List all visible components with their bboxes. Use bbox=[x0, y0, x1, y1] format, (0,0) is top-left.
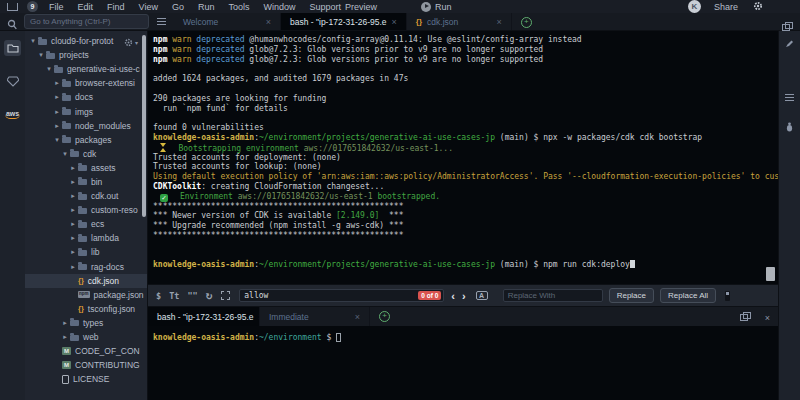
chevron-right-icon[interactable]: ▸ bbox=[69, 263, 77, 271]
window-menu-icon[interactable] bbox=[7, 3, 18, 11]
restore-pane-icon[interactable] bbox=[740, 312, 751, 323]
menu-edit[interactable]: Edit bbox=[71, 2, 101, 12]
replace-all-button[interactable]: Replace All bbox=[660, 288, 716, 303]
tab-welcome[interactable]: Welcome × bbox=[174, 13, 281, 30]
tree-item-rag-docs[interactable]: ▸rag-docs bbox=[25, 260, 147, 274]
chevron-right-icon[interactable]: ▸ bbox=[69, 178, 77, 186]
tree-item-cdk-out[interactable]: ▸cdk.out bbox=[25, 189, 147, 203]
chevron-right-icon[interactable]: ▸ bbox=[53, 79, 61, 87]
tree-item-browser-extensi[interactable]: ▸browser-extensi bbox=[25, 76, 147, 90]
tree-item-lambda[interactable]: ▸lambda bbox=[25, 231, 147, 245]
chevron-down-icon[interactable]: ▾ bbox=[29, 37, 37, 45]
chevron-down-icon[interactable]: ▾ bbox=[61, 150, 69, 158]
new-console-tab-icon[interactable]: + bbox=[379, 311, 390, 322]
share-button[interactable]: Share bbox=[714, 2, 738, 12]
menu-go[interactable]: Go bbox=[165, 2, 191, 12]
match-case-icon[interactable]: Tt bbox=[169, 291, 179, 301]
tree-scrollbar[interactable] bbox=[142, 35, 146, 217]
chevron-right-icon[interactable]: ▸ bbox=[53, 108, 61, 116]
tree-item-types[interactable]: ▸types bbox=[25, 316, 147, 330]
tree-item-license[interactable]: LICENSE bbox=[25, 372, 147, 386]
menu-view[interactable]: View bbox=[132, 2, 165, 12]
regex-icon[interactable]: $ bbox=[156, 291, 161, 301]
chevron-right-icon[interactable]: ▸ bbox=[69, 248, 77, 256]
tree-settings-gear-icon[interactable]: ▾ bbox=[124, 38, 138, 47]
find-options-icon[interactable] bbox=[725, 291, 730, 301]
close-icon[interactable]: × bbox=[392, 17, 397, 27]
chevron-right-icon[interactable]: ▸ bbox=[61, 333, 69, 341]
menu-support[interactable]: Support bbox=[302, 2, 348, 12]
goto-anything-input[interactable]: Go to Anything (Ctrl-P) bbox=[24, 14, 149, 29]
tree-item-package-json[interactable]: npmpackage.json bbox=[25, 288, 147, 302]
pencil-icon[interactable] bbox=[785, 34, 794, 52]
menu-find[interactable]: Find bbox=[100, 2, 132, 12]
tree-item-imgs[interactable]: ▸imgs bbox=[25, 104, 147, 118]
aws-toolkit-icon[interactable] bbox=[4, 73, 21, 89]
wrap-search-icon[interactable]: ↻ bbox=[206, 289, 213, 302]
new-tab-icon[interactable]: + bbox=[521, 17, 532, 28]
tree-item-tsconfig-json[interactable]: {}tsconfig.json bbox=[25, 302, 147, 316]
close-icon[interactable]: × bbox=[497, 17, 502, 27]
replace-button[interactable]: Replace bbox=[609, 288, 654, 303]
chevron-down-icon[interactable]: ▾ bbox=[37, 51, 45, 59]
tree-item-assets[interactable]: ▸assets bbox=[25, 161, 147, 175]
tree-item-label: bin bbox=[91, 177, 102, 187]
debugger-icon[interactable] bbox=[785, 118, 794, 136]
tab-bash-terminal-bottom[interactable]: bash - "ip-172-31-26-95.e × bbox=[148, 307, 260, 326]
console-terminal[interactable]: knowledge-oasis-admin:~/environment $ bbox=[148, 326, 778, 400]
tree-item-docs[interactable]: ▸docs bbox=[25, 90, 147, 104]
tree-item-code-of-con[interactable]: MCODE_OF_CON bbox=[25, 344, 147, 358]
chevron-right-icon[interactable]: ▸ bbox=[69, 192, 77, 200]
tab-cdk-json[interactable]: {} cdk.json × bbox=[407, 13, 512, 30]
close-icon[interactable]: × bbox=[266, 17, 271, 27]
close-icon[interactable]: × bbox=[355, 312, 360, 322]
menu-window[interactable]: Window bbox=[256, 2, 302, 12]
tree-item-bin[interactable]: ▸bin bbox=[25, 175, 147, 189]
avatar[interactable]: K bbox=[688, 0, 701, 13]
select-all-matches-icon[interactable]: A bbox=[476, 291, 488, 300]
prev-match-icon[interactable]: ‹ bbox=[451, 291, 455, 301]
chevron-right-icon[interactable]: ▸ bbox=[53, 122, 61, 130]
tree-item-custom-reso[interactable]: ▸custom-reso bbox=[25, 203, 147, 217]
tree-item-cdk-json[interactable]: {}cdk.json bbox=[25, 274, 147, 288]
find-input[interactable]: allow 0 of 0 bbox=[239, 289, 444, 302]
chevron-right-icon[interactable]: ▸ bbox=[53, 93, 61, 101]
right-sidebar bbox=[778, 31, 800, 400]
chevron-right-icon[interactable]: ▸ bbox=[61, 319, 69, 327]
preview-button[interactable]: Preview bbox=[345, 2, 377, 12]
tree-item-label: CONTRIBUTING bbox=[75, 360, 140, 370]
close-console-icon[interactable]: × bbox=[765, 313, 770, 323]
file-explorer-icon[interactable] bbox=[4, 40, 21, 56]
chevron-right-icon[interactable]: ▸ bbox=[69, 234, 77, 242]
outline-icon[interactable] bbox=[785, 94, 794, 102]
run-button[interactable]: Run bbox=[421, 2, 452, 12]
tab-bash-terminal[interactable]: bash - "ip-172-31-26-95.e × bbox=[281, 13, 407, 30]
tab-immediate[interactable]: Immediate × bbox=[260, 307, 370, 326]
terminal-scrollbar[interactable] bbox=[766, 267, 775, 281]
tree-item-node-modules[interactable]: ▸node_modules bbox=[25, 119, 147, 133]
tab-list-icon[interactable] bbox=[148, 13, 174, 30]
chevron-down-icon[interactable]: ▾ bbox=[45, 65, 53, 73]
tree-item-web[interactable]: ▸web bbox=[25, 330, 147, 344]
tree-item-generative-ai-use-c[interactable]: ▾generative-ai-use-c bbox=[25, 62, 147, 76]
settings-gear-icon[interactable] bbox=[753, 1, 763, 13]
aws-explorer-icon[interactable]: aws bbox=[4, 106, 21, 122]
tree-item-projects[interactable]: ▾projects bbox=[25, 48, 147, 62]
chevron-down-icon[interactable]: ▾ bbox=[53, 136, 61, 144]
next-match-icon[interactable]: › bbox=[462, 291, 466, 301]
chevron-right-icon[interactable]: ▸ bbox=[69, 206, 77, 214]
whole-word-icon[interactable]: "" bbox=[187, 291, 197, 301]
tree-item-packages[interactable]: ▾packages bbox=[25, 133, 147, 147]
chevron-right-icon[interactable]: ▸ bbox=[69, 220, 77, 228]
menu-file[interactable]: File bbox=[42, 2, 71, 12]
tree-item-lib[interactable]: ▸lib bbox=[25, 245, 147, 259]
tree-item-contributing[interactable]: MCONTRIBUTING bbox=[25, 358, 147, 372]
terminal-output[interactable]: npm warn deprecated @humanwhocodes/confi… bbox=[148, 31, 778, 284]
tree-item-ecs[interactable]: ▸ecs bbox=[25, 217, 147, 231]
menu-run[interactable]: Run bbox=[191, 2, 222, 12]
tree-item-cdk[interactable]: ▾cdk bbox=[25, 147, 147, 161]
chevron-right-icon[interactable]: ▸ bbox=[69, 164, 77, 172]
replace-input[interactable]: Replace With bbox=[503, 289, 603, 302]
search-in-selection-icon[interactable] bbox=[221, 291, 230, 300]
menu-tools[interactable]: Tools bbox=[221, 2, 256, 12]
